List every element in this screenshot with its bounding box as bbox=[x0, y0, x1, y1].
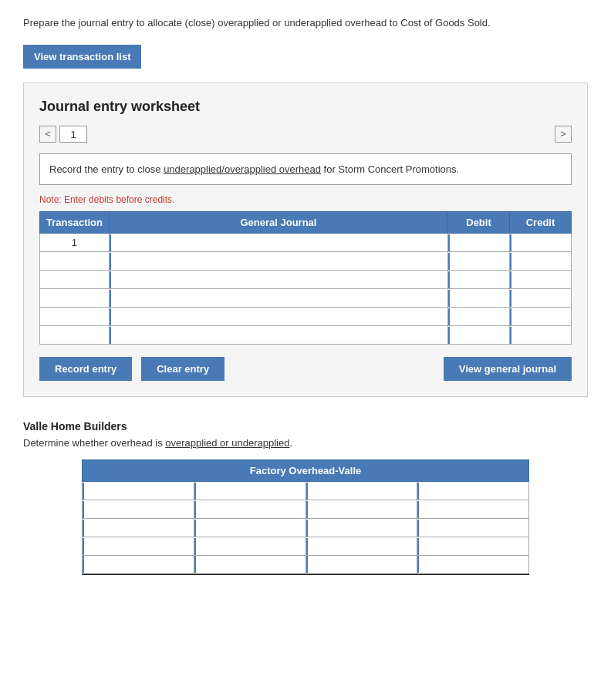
table-row: 1 bbox=[40, 234, 572, 252]
valle-cell-2-2[interactable] bbox=[194, 500, 306, 519]
journal-input-5[interactable] bbox=[110, 308, 447, 325]
valle-input-2-4[interactable] bbox=[417, 501, 528, 518]
debit-cell-1[interactable] bbox=[448, 234, 510, 252]
valle-cell-3-3[interactable] bbox=[306, 519, 417, 537]
debit-input-4[interactable] bbox=[448, 290, 509, 307]
debit-input-3[interactable] bbox=[448, 271, 509, 288]
table-row bbox=[40, 271, 572, 289]
debit-cell-4[interactable] bbox=[448, 289, 510, 308]
credit-input-2[interactable] bbox=[510, 253, 571, 270]
valle-table-row bbox=[83, 500, 529, 519]
valle-cell-1-2[interactable] bbox=[194, 482, 306, 500]
valle-input-1-1[interactable] bbox=[83, 483, 194, 500]
nav-left-button[interactable]: < bbox=[39, 126, 56, 143]
valle-cell-1-4[interactable] bbox=[417, 482, 529, 500]
journal-input-cell-5[interactable] bbox=[109, 308, 447, 326]
table-row bbox=[40, 252, 572, 271]
valle-input-4-1[interactable] bbox=[83, 538, 194, 555]
debit-input-5[interactable] bbox=[448, 308, 509, 325]
credit-cell-6[interactable] bbox=[510, 326, 572, 345]
view-general-journal-button[interactable]: View general journal bbox=[444, 357, 572, 381]
valle-cell-3-1[interactable] bbox=[83, 519, 194, 537]
valle-input-5-1[interactable] bbox=[83, 556, 194, 573]
valle-table-row bbox=[83, 519, 529, 537]
valle-input-5-2[interactable] bbox=[194, 556, 306, 573]
valle-cell-4-3[interactable] bbox=[306, 537, 417, 556]
valle-input-3-3[interactable] bbox=[306, 520, 417, 537]
journal-input-cell-6[interactable] bbox=[109, 326, 447, 345]
credit-cell-4[interactable] bbox=[510, 289, 572, 308]
credit-cell-5[interactable] bbox=[510, 308, 572, 326]
debit-cell-2[interactable] bbox=[448, 252, 510, 271]
valle-cell-5-3[interactable] bbox=[306, 556, 417, 574]
valle-input-1-4[interactable] bbox=[417, 483, 528, 500]
valle-input-4-4[interactable] bbox=[417, 538, 528, 555]
journal-input-3[interactable] bbox=[110, 271, 447, 288]
valle-input-5-3[interactable] bbox=[306, 556, 417, 573]
instruction-suffix: for Storm Concert Promotions. bbox=[321, 163, 459, 175]
valle-input-2-2[interactable] bbox=[194, 501, 306, 518]
credit-input-4[interactable] bbox=[510, 290, 571, 307]
journal-input-4[interactable] bbox=[110, 290, 447, 307]
journal-input-cell-4[interactable] bbox=[109, 289, 447, 308]
valle-cell-4-1[interactable] bbox=[83, 537, 194, 556]
valle-cell-5-4[interactable] bbox=[417, 556, 529, 574]
valle-cell-4-2[interactable] bbox=[194, 537, 306, 556]
nav-row: < 1 > bbox=[39, 126, 572, 143]
transaction-num-6 bbox=[40, 326, 110, 345]
valle-cell-4-4[interactable] bbox=[417, 537, 529, 556]
col-header-credit: Credit bbox=[510, 212, 572, 234]
debit-input-1[interactable] bbox=[448, 234, 509, 251]
valle-input-3-2[interactable] bbox=[194, 520, 306, 537]
journal-input-6[interactable] bbox=[110, 327, 447, 344]
valle-cell-2-1[interactable] bbox=[83, 500, 194, 519]
debit-cell-5[interactable] bbox=[448, 308, 510, 326]
view-transaction-button[interactable]: View transaction list bbox=[23, 45, 141, 69]
valle-input-3-4[interactable] bbox=[417, 520, 528, 537]
credit-input-3[interactable] bbox=[510, 271, 571, 288]
valle-input-2-1[interactable] bbox=[83, 501, 194, 518]
valle-input-3-1[interactable] bbox=[83, 520, 194, 537]
col-header-debit: Debit bbox=[448, 212, 510, 234]
valle-input-4-2[interactable] bbox=[194, 538, 306, 555]
record-entry-button[interactable]: Record entry bbox=[39, 357, 132, 381]
journal-input-1[interactable] bbox=[110, 234, 447, 251]
valle-input-5-4[interactable] bbox=[417, 556, 528, 573]
valle-table-row bbox=[83, 556, 529, 574]
valle-cell-1-3[interactable] bbox=[306, 482, 417, 500]
credit-cell-1[interactable] bbox=[510, 234, 572, 252]
transaction-num-5 bbox=[40, 308, 110, 326]
journal-input-cell-2[interactable] bbox=[109, 252, 447, 271]
valle-input-1-3[interactable] bbox=[306, 483, 417, 500]
valle-input-2-3[interactable] bbox=[306, 501, 417, 518]
debit-input-2[interactable] bbox=[448, 253, 509, 270]
debit-cell-6[interactable] bbox=[448, 326, 510, 345]
debit-cell-3[interactable] bbox=[448, 271, 510, 289]
valle-cell-3-2[interactable] bbox=[194, 519, 306, 537]
valle-cell-5-1[interactable] bbox=[83, 556, 194, 574]
credit-cell-3[interactable] bbox=[510, 271, 572, 289]
transaction-num-3 bbox=[40, 271, 110, 289]
credit-input-6[interactable] bbox=[510, 327, 571, 344]
clear-entry-button[interactable]: Clear entry bbox=[141, 357, 224, 381]
valle-table-header: Factory Overhead-Valle bbox=[83, 460, 529, 482]
credit-input-5[interactable] bbox=[510, 308, 571, 325]
valle-cell-2-4[interactable] bbox=[417, 500, 529, 519]
worksheet-container: Journal entry worksheet < 1 > Record the… bbox=[23, 82, 588, 398]
nav-right-button[interactable]: > bbox=[555, 126, 572, 143]
transaction-num-2 bbox=[40, 252, 110, 271]
journal-input-2[interactable] bbox=[110, 253, 447, 270]
debit-input-6[interactable] bbox=[448, 327, 509, 344]
valle-cell-2-3[interactable] bbox=[306, 500, 417, 519]
valle-input-4-3[interactable] bbox=[306, 538, 417, 555]
credit-input-1[interactable] bbox=[510, 234, 571, 251]
intro-text: Prepare the journal entry to allocate (c… bbox=[23, 15, 588, 31]
valle-cell-5-2[interactable] bbox=[194, 556, 306, 574]
journal-input-cell-1[interactable] bbox=[109, 234, 447, 252]
valle-input-1-2[interactable] bbox=[194, 483, 306, 500]
valle-cell-1-1[interactable] bbox=[83, 482, 194, 500]
valle-cell-3-4[interactable] bbox=[417, 519, 529, 537]
credit-cell-2[interactable] bbox=[510, 252, 572, 271]
journal-input-cell-3[interactable] bbox=[109, 271, 447, 289]
valle-desc-suffix: . bbox=[289, 437, 292, 449]
